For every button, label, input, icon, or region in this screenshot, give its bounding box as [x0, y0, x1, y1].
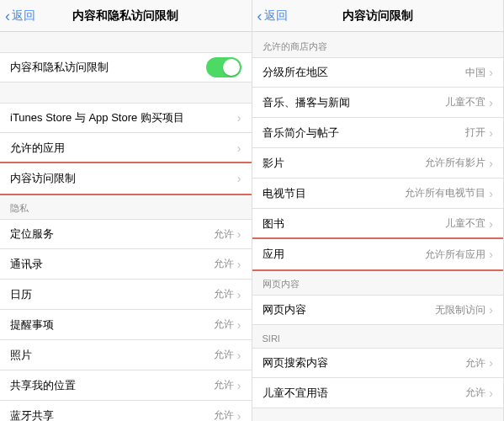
chevron-right-icon: › — [237, 142, 241, 154]
chevron-right-icon: › — [489, 188, 493, 200]
row-label: 共享我的位置 — [10, 378, 214, 393]
row-value: 允许所有影片 — [425, 156, 485, 170]
row-value: 无限制访问 — [435, 303, 485, 317]
chevron-right-icon: › — [489, 67, 493, 78]
music-podcasts-news-row[interactable]: 音乐、播客与新闻 儿童不宜 › — [252, 88, 504, 118]
chevron-right-icon: › — [489, 97, 493, 109]
row-value: 打开 — [465, 125, 485, 140]
content-restrictions-screen: ‹ 返回 内容访问限制 允许的商店内容 分级所在地区 中国 › 音乐、播客与新闻… — [252, 0, 505, 421]
master-toggle-row[interactable]: 内容和隐私访问限制 — [0, 52, 252, 83]
apps-row[interactable]: 应用 允许所有应用 › — [252, 239, 504, 269]
navbar-right: ‹ 返回 内容访问限制 — [252, 0, 504, 32]
chevron-right-icon: › — [237, 349, 241, 361]
back-label: 返回 — [264, 8, 288, 24]
page-title: 内容和隐私访问限制 — [0, 8, 252, 24]
back-label: 返回 — [12, 8, 35, 24]
content-left: 内容和隐私访问限制 iTunes Store 与 App Store 购买项目 … — [0, 32, 252, 421]
web-search-content-row[interactable]: 网页搜索内容 允许 › — [252, 348, 504, 378]
chevron-right-icon: › — [237, 173, 241, 184]
chevron-right-icon: › — [237, 380, 241, 392]
chevron-right-icon: › — [237, 228, 241, 240]
row-label: 图书 — [263, 216, 446, 232]
calendar-row[interactable]: 日历 允许 › — [0, 280, 252, 310]
row-value: 允许 — [465, 356, 485, 370]
row-label: 影片 — [263, 156, 426, 171]
chevron-right-icon: › — [237, 258, 241, 270]
siri-header: SIRI — [252, 325, 504, 348]
row-label: iTunes Store 与 App Store 购买项目 — [10, 110, 237, 125]
web-content-header: 网页内容 — [252, 269, 504, 295]
chevron-right-icon: › — [489, 387, 493, 399]
row-value: 允许 — [214, 287, 234, 301]
chevron-right-icon: › — [489, 157, 493, 169]
row-label: 儿童不宜用语 — [263, 386, 466, 401]
location-services-row[interactable]: 定位服务 允许 › — [0, 219, 252, 249]
chevron-right-icon: › — [237, 410, 241, 422]
back-button[interactable]: ‹ 返回 — [257, 8, 288, 24]
chevron-right-icon: › — [489, 248, 493, 260]
chevron-right-icon: › — [237, 319, 241, 331]
back-button[interactable]: ‹ 返回 — [5, 8, 35, 24]
master-toggle-label: 内容和隐私访问限制 — [10, 60, 206, 75]
row-value: 儿童不宜 — [445, 216, 485, 231]
row-label: 分级所在地区 — [263, 65, 466, 80]
chevron-right-icon: › — [489, 127, 493, 139]
row-label: 通讯录 — [10, 257, 214, 272]
row-label: 网页搜索内容 — [263, 355, 466, 370]
row-value: 允许所有电视节目 — [405, 186, 485, 200]
ratings-region-row[interactable]: 分级所在地区 中国 › — [252, 57, 504, 88]
row-label: 网页内容 — [263, 302, 436, 317]
web-content-row[interactable]: 网页内容 无限制访问 › — [252, 295, 504, 325]
row-value: 允许 — [214, 348, 234, 362]
chevron-left-icon: ‹ — [257, 8, 263, 24]
bluetooth-sharing-row[interactable]: 蓝牙共享 允许 › — [0, 401, 252, 421]
music-profiles-posts-row[interactable]: 音乐简介与帖子 打开 › — [252, 118, 504, 148]
row-label: 应用 — [263, 247, 426, 262]
row-label: 照片 — [10, 348, 214, 363]
restrictions-screen: ‹ 返回 内容和隐私访问限制 内容和隐私访问限制 iTunes Store 与 … — [0, 0, 252, 421]
row-value: 允许 — [465, 386, 485, 400]
books-row[interactable]: 图书 儿童不宜 › — [252, 209, 504, 239]
row-label: 音乐简介与帖子 — [263, 125, 466, 141]
privacy-header: 隐私 — [0, 194, 252, 219]
chevron-right-icon: › — [489, 304, 493, 316]
row-label: 电视节目 — [263, 186, 406, 201]
row-value: 允许 — [214, 378, 234, 392]
chevron-right-icon: › — [489, 218, 493, 230]
row-label: 定位服务 — [10, 226, 214, 242]
row-value: 允许 — [214, 317, 234, 332]
row-label: 音乐、播客与新闻 — [263, 95, 446, 110]
row-label: 提醒事项 — [10, 317, 214, 333]
content-restrictions-row[interactable]: 内容访问限制 › — [0, 163, 252, 194]
content-right: 允许的商店内容 分级所在地区 中国 › 音乐、播客与新闻 儿童不宜 › 音乐简介… — [252, 32, 504, 421]
reminders-row[interactable]: 提醒事项 允许 › — [0, 310, 252, 340]
row-value: 儿童不宜 — [445, 95, 485, 109]
tv-shows-row[interactable]: 电视节目 允许所有电视节目 › — [252, 179, 504, 209]
chevron-right-icon: › — [237, 112, 241, 124]
chevron-left-icon: ‹ — [5, 8, 10, 24]
photos-row[interactable]: 照片 允许 › — [0, 340, 252, 370]
explicit-language-row[interactable]: 儿童不宜用语 允许 › — [252, 378, 504, 408]
navbar-left: ‹ 返回 内容和隐私访问限制 — [0, 0, 252, 32]
row-value: 允许 — [214, 408, 234, 421]
row-value: 允许所有应用 — [425, 248, 485, 262]
row-value: 允许 — [214, 227, 234, 242]
chevron-right-icon: › — [489, 357, 493, 369]
contacts-row[interactable]: 通讯录 允许 › — [0, 249, 252, 280]
row-label: 蓝牙共享 — [10, 408, 214, 422]
itunes-appstore-row[interactable]: iTunes Store 与 App Store 购买项目 › — [0, 103, 252, 133]
movies-row[interactable]: 影片 允许所有影片 › — [252, 148, 504, 179]
row-label: 允许的应用 — [10, 141, 237, 156]
allowed-apps-row[interactable]: 允许的应用 › — [0, 133, 252, 163]
row-value: 中国 — [465, 66, 485, 80]
share-location-row[interactable]: 共享我的位置 允许 › — [0, 370, 252, 401]
row-value: 允许 — [214, 257, 234, 271]
store-content-header: 允许的商店内容 — [252, 32, 504, 57]
row-label: 内容访问限制 — [10, 171, 237, 186]
page-title: 内容访问限制 — [252, 8, 504, 24]
chevron-right-icon: › — [237, 289, 241, 301]
toggle-switch[interactable] — [206, 57, 241, 77]
row-label: 日历 — [10, 287, 214, 302]
